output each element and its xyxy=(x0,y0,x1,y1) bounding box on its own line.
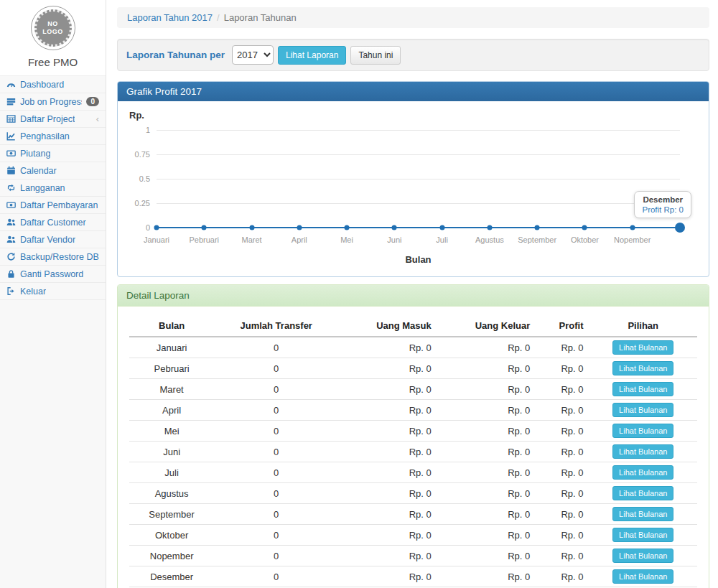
data-point-oktober[interactable] xyxy=(582,225,587,230)
app-layout: NO LOGO Free PMO DashboardJob on Progres… xyxy=(0,0,718,588)
lihat-bulanan-button[interactable]: Lihat Bulanan xyxy=(612,444,673,459)
cell-profit: Rp. 0 xyxy=(536,421,589,442)
calendar-icon xyxy=(6,166,16,175)
sidebar-item-label: Backup/Restore DB xyxy=(20,252,99,262)
breadcrumb: Laporan Tahun 2017/Laporan Tahunan xyxy=(117,7,709,28)
data-point-nopember[interactable] xyxy=(630,225,635,230)
logo-text-line1: NO xyxy=(47,20,58,28)
chart-x-tick: Oktober xyxy=(571,235,599,244)
cell-uang_masuk: Rp. 0 xyxy=(338,504,437,525)
data-point-juni[interactable] xyxy=(392,225,397,230)
cell-profit: Rp. 0 xyxy=(536,525,589,546)
breadcrumb-link-laporan-tahun[interactable]: Laporan Tahun 2017 xyxy=(127,12,213,23)
sidebar-item-backup-restore-db[interactable]: Backup/Restore DB xyxy=(0,248,106,266)
logo-area: NO LOGO Free PMO xyxy=(0,0,106,76)
cell-profit: Rp. 0 xyxy=(536,504,589,525)
cell-uang_keluar: Rp. 0 xyxy=(437,358,536,379)
cell-pilihan: Lihat Bulanan xyxy=(589,462,697,483)
lihat-bulanan-button[interactable]: Lihat Bulanan xyxy=(612,465,673,480)
users-icon xyxy=(6,235,16,244)
sidebar-item-daftar-pembayaran[interactable]: Daftar Pembayaran xyxy=(0,197,106,214)
chart-panel-title: Grafik Profit 2017 xyxy=(118,82,709,101)
tasks-icon xyxy=(6,97,16,106)
table-row: Nopember0Rp. 0Rp. 0Rp. 0Lihat Bulanan xyxy=(129,546,697,566)
cell-bulan: Maret xyxy=(129,379,214,400)
column-header-uang-keluar: Uang Keluar xyxy=(437,315,536,337)
cell-pilihan: Lihat Bulanan xyxy=(589,337,697,358)
cell-jumlah_transfer: 0 xyxy=(214,504,338,525)
column-header-uang-masuk: Uang Masuk xyxy=(338,315,437,337)
chart-x-tick: Nopember xyxy=(614,235,651,244)
data-point-januari[interactable] xyxy=(154,225,159,230)
lihat-bulanan-button[interactable]: Lihat Bulanan xyxy=(612,361,673,375)
lihat-bulanan-button[interactable]: Lihat Bulanan xyxy=(612,486,673,500)
sidebar-item-label: Daftar Pembayaran xyxy=(20,200,98,210)
data-point-maret[interactable] xyxy=(249,225,254,230)
cell-profit: Rp. 0 xyxy=(536,462,589,483)
year-select[interactable]: 2017 xyxy=(232,45,274,65)
sidebar-item-calendar[interactable]: Calendar xyxy=(0,162,106,179)
cell-jumlah_transfer: 0 xyxy=(214,421,338,442)
lihat-bulanan-button[interactable]: Lihat Bulanan xyxy=(612,549,673,563)
sidebar-item-daftar-customer[interactable]: Daftar Customer xyxy=(0,214,106,231)
cell-uang_keluar: Rp. 0 xyxy=(437,546,536,566)
cell-uang_masuk: Rp. 0 xyxy=(338,442,437,462)
data-point-agustus[interactable] xyxy=(487,225,492,230)
lihat-bulanan-button[interactable]: Lihat Bulanan xyxy=(612,424,673,438)
cell-bulan: Agustus xyxy=(129,483,214,504)
cell-pilihan: Lihat Bulanan xyxy=(589,546,697,566)
sidebar-item-penghasilan[interactable]: Penghasilan xyxy=(0,128,106,145)
lihat-bulanan-button[interactable]: Lihat Bulanan xyxy=(612,569,673,584)
lihat-bulanan-button[interactable]: Lihat Bulanan xyxy=(612,340,673,355)
cell-uang_keluar: Rp. 0 xyxy=(437,504,536,525)
data-point-april[interactable] xyxy=(297,225,302,230)
sidebar-item-langganan[interactable]: Langganan xyxy=(0,179,106,197)
lihat-bulanan-button[interactable]: Lihat Bulanan xyxy=(612,528,673,542)
table-row: Pebruari0Rp. 0Rp. 0Rp. 0Lihat Bulanan xyxy=(129,358,697,379)
sidebar-item-dashboard[interactable]: Dashboard xyxy=(0,76,106,93)
cell-pilihan: Lihat Bulanan xyxy=(589,358,697,379)
cell-jumlah_transfer: 0 xyxy=(214,525,338,546)
retweet-icon xyxy=(6,183,16,192)
sidebar-item-ganti-password[interactable]: Ganti Password xyxy=(0,266,106,283)
chart-x-tick: Juni xyxy=(387,235,401,244)
data-point-pebruari[interactable] xyxy=(202,225,207,230)
cell-uang_masuk: Rp. 0 xyxy=(338,421,437,442)
cell-jumlah_transfer: 0 xyxy=(214,379,338,400)
report-table-header-row: BulanJumlah TransferUang MasukUang Kelua… xyxy=(129,315,697,337)
cell-bulan: Januari xyxy=(129,337,214,358)
chart-y-tick: 1 xyxy=(146,126,150,134)
chart-x-tick: Januari xyxy=(144,235,169,244)
data-point-desember[interactable] xyxy=(675,223,685,233)
chart-panel-body: Rp. Desember Profit Rp: 0 00.250.50.751 … xyxy=(118,101,709,276)
lihat-bulanan-button[interactable]: Lihat Bulanan xyxy=(612,382,673,396)
lihat-bulanan-button[interactable]: Lihat Bulanan xyxy=(612,403,673,417)
lock-icon xyxy=(6,269,16,279)
cell-pilihan: Lihat Bulanan xyxy=(589,566,697,587)
tahun-ini-button[interactable]: Tahun ini xyxy=(350,46,401,65)
sidebar-item-job-on-progress[interactable]: Job on Progress0 xyxy=(0,93,106,111)
cell-uang_keluar: Rp. 0 xyxy=(437,483,536,504)
sidebar-item-daftar-project[interactable]: Daftar Project‹ xyxy=(0,111,106,128)
cell-jumlah_transfer: 0 xyxy=(214,442,338,462)
table-icon xyxy=(6,114,16,123)
data-point-september[interactable] xyxy=(535,225,540,230)
money-icon xyxy=(6,200,16,210)
table-row: Agustus0Rp. 0Rp. 0Rp. 0Lihat Bulanan xyxy=(129,483,697,504)
data-point-mei[interactable] xyxy=(345,225,350,230)
sidebar-item-keluar[interactable]: Keluar xyxy=(0,283,106,300)
table-row: Maret0Rp. 0Rp. 0Rp. 0Lihat Bulanan xyxy=(129,379,697,400)
cell-profit: Rp. 0 xyxy=(536,337,589,358)
lihat-laporan-button[interactable]: Lihat Laporan xyxy=(278,46,346,65)
detail-laporan-panel: Detail Laporan BulanJumlah TransferUang … xyxy=(117,284,709,588)
data-point-juli[interactable] xyxy=(439,225,444,230)
cell-profit: Rp. 0 xyxy=(536,546,589,566)
sidebar-item-piutang[interactable]: Piutang xyxy=(0,145,106,162)
lihat-bulanan-button[interactable]: Lihat Bulanan xyxy=(612,507,673,521)
sidebar-item-daftar-vendor[interactable]: Daftar Vendor xyxy=(0,231,106,248)
cell-pilihan: Lihat Bulanan xyxy=(589,400,697,421)
money-icon xyxy=(6,149,16,158)
cell-uang_keluar: Rp. 0 xyxy=(437,400,536,421)
cell-bulan: Juli xyxy=(129,462,214,483)
cell-uang_masuk: Rp. 0 xyxy=(338,525,437,546)
